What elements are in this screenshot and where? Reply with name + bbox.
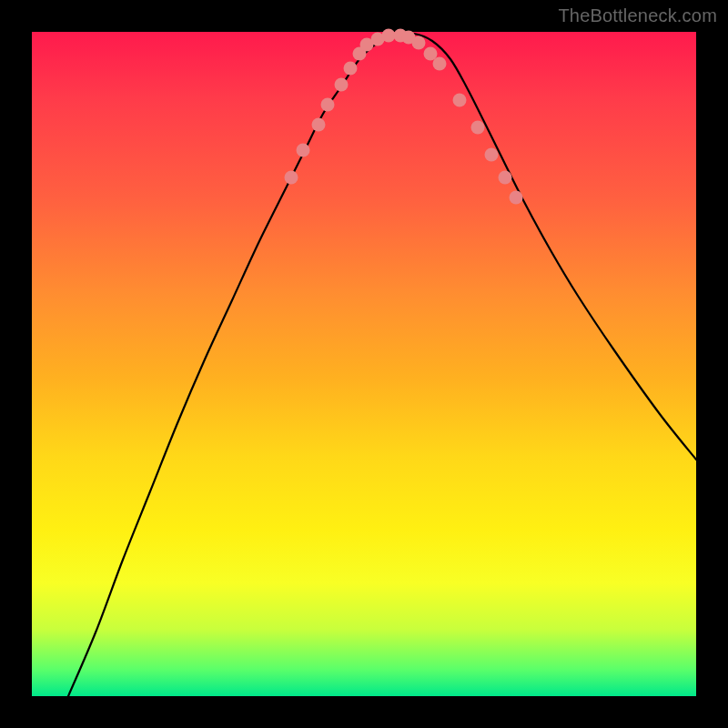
chart-frame: TheBottleneck.com [0,0,728,728]
highlight-dot [510,191,523,205]
highlight-dot [453,94,467,107]
highlight-dot [412,36,426,50]
highlight-dot [471,121,485,135]
highlight-dot [344,62,358,76]
plot-area [32,32,696,696]
highlight-dots [285,29,523,205]
highlight-dot [499,171,512,185]
highlight-dot [297,144,310,157]
highlight-dot [285,171,298,185]
highlight-dot [382,29,396,43]
highlight-dot [433,57,447,71]
highlight-dot [321,98,335,112]
watermark-text: TheBottleneck.com [558,5,717,26]
highlight-dot [485,148,499,162]
curve-svg [32,32,696,696]
highlight-dot [312,118,326,132]
highlight-dot [335,78,349,92]
bottleneck-curve [68,33,696,696]
